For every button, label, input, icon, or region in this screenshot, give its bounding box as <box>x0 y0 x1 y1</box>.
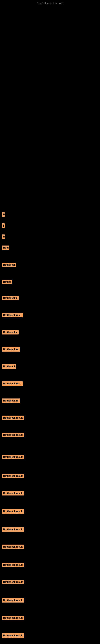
bottleneck-label: Bottleneck <box>1 364 16 369</box>
bottleneck-item: Bottleneck resu <box>0 381 23 386</box>
bottleneck-item: Bottleneck result <box>0 563 24 568</box>
bottleneck-label: B <box>1 212 5 217</box>
bottleneck-item: Bottleneck result <box>0 509 24 514</box>
bottleneck-item: | <box>0 224 5 228</box>
bottleneck-label: Bottleneck result <box>1 544 24 549</box>
bottleneck-item: Bottleneck result <box>0 491 24 496</box>
bottleneck-label: | <box>1 224 5 228</box>
bottleneck-item: Bottleneck <box>0 364 16 370</box>
bottleneck-item: Bottleneck result <box>0 544 24 550</box>
bottleneck-item: Bottleneck result <box>0 455 24 460</box>
bottleneck-label: Bottleneck re <box>1 398 20 403</box>
bottleneck-label: Bottleneck result <box>1 598 24 602</box>
bottleneck-item: Bottleneck result <box>0 474 24 479</box>
bottleneck-label: Bottleneck re <box>1 347 20 352</box>
bottleneck-item: Bottl <box>0 246 9 251</box>
bottleneck-label: Bottl <box>1 246 9 250</box>
bottleneck-label: Bottleneck result <box>1 563 24 567</box>
bottleneck-item: Bottleneck result <box>0 416 24 421</box>
bottleneck-item: Bottleneck result <box>0 580 24 585</box>
bottleneck-label: Bottleneck r <box>1 330 19 334</box>
bottleneck-label: B <box>1 234 5 239</box>
bottleneck-label: Bottleneck result <box>1 416 24 420</box>
bottleneck-item: Bottleneck result <box>0 633 24 638</box>
bottleneck-item: Bottleneck <box>0 263 16 268</box>
bottleneck-item: B <box>0 212 5 218</box>
bottleneck-label: Bottleneck result <box>1 474 24 478</box>
bottleneck-label: Bottleneck resu <box>1 381 23 386</box>
bottleneck-item: Bottleneck result <box>0 433 24 438</box>
bottleneck-item: Bottleneck result <box>0 616 24 621</box>
bottleneck-label: Bottlen <box>1 280 12 284</box>
bottleneck-item: B <box>0 234 5 240</box>
bottleneck-item: Bottleneck resu <box>0 313 23 318</box>
bottleneck-label: Bottleneck result <box>1 491 24 496</box>
bottleneck-item: Bottleneck re <box>0 398 20 404</box>
bottleneck-label: Bottleneck result <box>1 455 24 459</box>
bottleneck-label: Bottleneck r <box>1 296 19 300</box>
site-title: TheBottlenecker.com <box>37 2 63 5</box>
bottleneck-label: Bottleneck result <box>1 633 24 638</box>
bottleneck-item: Bottleneck r <box>0 330 19 335</box>
bottleneck-item: Bottleneck result <box>0 598 24 603</box>
bottleneck-item: Bottlen <box>0 280 12 285</box>
bottleneck-label: Bottleneck result <box>1 527 24 532</box>
bottleneck-item: Bottleneck r <box>0 296 19 301</box>
bottleneck-label: Bottleneck resu <box>1 313 23 317</box>
bottleneck-item: Bottleneck re <box>0 347 20 352</box>
bottleneck-item: Bottleneck result <box>0 527 24 532</box>
bottleneck-label: Bottleneck result <box>1 509 24 514</box>
bottleneck-label: Bottleneck result <box>1 433 24 437</box>
bottleneck-label: Bottleneck result <box>1 580 24 584</box>
bottleneck-label: Bottleneck result <box>1 616 24 620</box>
bottleneck-label: Bottleneck <box>1 263 16 267</box>
